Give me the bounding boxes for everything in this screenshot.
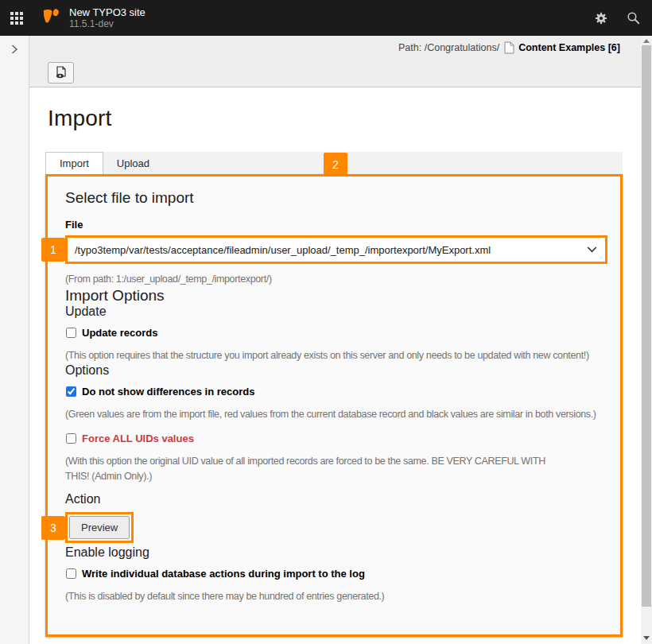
no-diff-checkbox[interactable] (66, 386, 76, 397)
options-heading: Options (65, 363, 603, 378)
force-uid-checkbox[interactable] (66, 433, 76, 444)
grid-menu-icon (10, 12, 23, 25)
force-uid-hint: (With this option the original UID value… (65, 454, 568, 484)
module-menu-rail (0, 36, 29, 644)
breadcrumb-page-title: Content Examples [6] (518, 42, 620, 53)
chevron-right-icon (11, 44, 18, 55)
view-webpage-button[interactable] (48, 62, 74, 83)
action-heading: Action (65, 492, 603, 506)
search-icon (627, 11, 640, 25)
enable-logging-heading: Enable logging (65, 545, 603, 560)
annotation-badge-3: 3 (41, 516, 65, 540)
update-records-label[interactable]: Update records (82, 327, 157, 339)
scrollbar-thumb[interactable] (642, 45, 651, 607)
diff-hint: (Green values are from the import file, … (65, 407, 603, 422)
scroll-down-arrow[interactable] (641, 633, 652, 643)
view-page-icon (55, 66, 68, 80)
preview-button-highlight: 3 Preview (65, 512, 134, 543)
typo3-brand[interactable]: New TYPO3 site 11.5.1-dev (41, 7, 146, 29)
site-version: 11.5.1-dev (69, 18, 146, 29)
typo3-logo-icon (41, 9, 60, 28)
import-options-heading: Import Options (65, 287, 603, 305)
file-select[interactable]: /typo3temp/var/tests/acceptance/fileadmi… (65, 235, 607, 264)
annotation-badge-2: 2 (324, 153, 347, 177)
tab-upload[interactable]: Upload (103, 152, 163, 174)
docheader: Path: /Congratulations/ Content Examples… (29, 36, 641, 87)
site-title: New TYPO3 site (69, 7, 146, 18)
settings-button[interactable] (585, 0, 617, 36)
tab-import[interactable]: Import (45, 152, 103, 174)
annotation-badge-1: 1 (41, 238, 65, 262)
import-tab-panel: 2 Select file to import File 1 /typo3tem… (45, 174, 623, 637)
search-button[interactable] (617, 0, 649, 36)
topbar: New TYPO3 site 11.5.1-dev (0, 0, 652, 36)
vertical-scrollbar[interactable] (641, 36, 652, 644)
update-heading: Update (65, 305, 603, 319)
select-file-heading: Select file to import (65, 189, 603, 207)
write-log-checkbox[interactable] (66, 568, 76, 579)
module-body: Import Import Upload 2 Select file to im… (29, 87, 641, 637)
update-records-checkbox[interactable] (66, 328, 76, 338)
gear-icon (595, 12, 607, 25)
update-hint: (This option requires that the structure… (65, 348, 603, 363)
breadcrumb-path: Path: /Congratulations/ (398, 42, 499, 53)
write-log-label[interactable]: Write individual database actions during… (82, 568, 365, 580)
logging-hint: (This is disabled by default since there… (65, 589, 603, 604)
page-title: Import (48, 106, 641, 131)
page-doc-icon (504, 41, 514, 54)
module-main: Path: /Congratulations/ Content Examples… (29, 36, 641, 644)
from-path-hint: (From path: 1:/user_upload/_temp_/import… (65, 272, 603, 287)
preview-button[interactable]: Preview (69, 516, 130, 539)
no-diff-label[interactable]: Do not show differences in records (82, 386, 254, 398)
module-menu-toggle-button[interactable] (0, 0, 33, 36)
file-label: File (65, 219, 603, 231)
rail-expand-button[interactable] (0, 36, 29, 63)
breadcrumb: Path: /Congratulations/ Content Examples… (398, 41, 620, 54)
force-uid-label[interactable]: Force ALL UIDs values (82, 433, 194, 444)
